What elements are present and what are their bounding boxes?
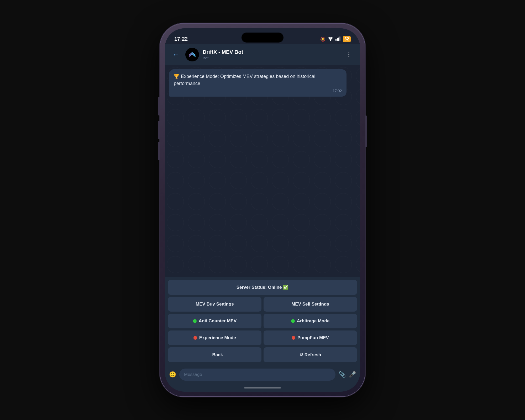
back-button[interactable]: ← <box>170 49 182 60</box>
message-emoji: 🏆 <box>174 74 180 79</box>
bot-avatar <box>185 48 199 61</box>
home-bar <box>244 387 281 388</box>
status-icons: 🔕 <box>320 36 351 42</box>
message-text: 🏆 Experience Mode: Optimizes MEV strateg… <box>174 73 342 87</box>
input-bar: 🙂 Message 📎 🎤 <box>165 365 360 384</box>
svg-rect-4 <box>339 36 340 41</box>
svg-rect-1 <box>335 39 337 41</box>
arbitrage-label: Arbitrage Mode <box>297 318 330 324</box>
experience-label: Experience Mode <box>199 335 236 340</box>
keyboard-row-nav: ← Back ↺ Refresh <box>168 347 357 362</box>
dynamic-island <box>242 33 284 43</box>
mev-sell-settings-button[interactable]: MEV Sell Settings <box>264 297 357 312</box>
keyboard-row-mev-settings: MEV Buy Settings MEV Sell Settings <box>168 297 357 312</box>
keyboard-area: Server Status: Online ✅ MEV Buy Settings… <box>165 277 360 365</box>
svg-point-0 <box>330 40 331 41</box>
signal-icon <box>335 36 341 42</box>
bot-sub: Bot <box>203 56 340 60</box>
server-status-button[interactable]: Server Status: Online ✅ <box>168 280 357 295</box>
anti-counter-status-dot <box>193 319 197 323</box>
mev-buy-settings-button[interactable]: MEV Buy Settings <box>168 297 261 312</box>
anti-counter-mev-button[interactable]: Anti Counter MEV <box>168 314 261 328</box>
message-body: Experience Mode: Optimizes MEV strategie… <box>174 74 315 86</box>
mute-icon: 🔕 <box>320 37 326 42</box>
more-menu-button[interactable]: ⋮ <box>343 49 355 60</box>
mic-icon[interactable]: 🎤 <box>349 371 356 378</box>
keyboard-row-anti-arbitrage: Anti Counter MEV Arbitrage Mode <box>168 314 357 328</box>
battery-level: 62 <box>343 36 351 42</box>
svg-rect-3 <box>338 38 339 41</box>
keyboard-row-experience-pumpfun: Experience Mode PumpFun MEV <box>168 330 357 345</box>
svg-rect-2 <box>337 38 338 41</box>
phone-frame: 17:22 🔕 <box>160 24 365 396</box>
anti-counter-label: Anti Counter MEV <box>199 318 237 324</box>
refresh-button[interactable]: ↺ Refresh <box>264 347 357 362</box>
input-placeholder: Message <box>184 372 202 377</box>
message-input-field[interactable]: Message <box>179 369 335 381</box>
arbitrage-status-dot <box>291 319 295 323</box>
svg-point-5 <box>187 50 197 60</box>
header-info: DriftX - MEV Bot Bot <box>203 49 340 60</box>
pumpfun-status-dot <box>292 336 295 340</box>
message-time: 17:02 <box>174 89 342 93</box>
experience-mode-button[interactable]: Experience Mode <box>168 330 261 345</box>
attach-icon[interactable]: 📎 <box>339 371 346 378</box>
wifi-icon <box>328 36 333 42</box>
message-bubble: 🏆 Experience Mode: Optimizes MEV strateg… <box>169 69 346 97</box>
phone-screen: 17:22 🔕 <box>165 28 360 392</box>
pumpfun-label: PumpFun MEV <box>297 335 329 340</box>
back-nav-button[interactable]: ← Back <box>168 347 261 362</box>
arbitrage-mode-button[interactable]: Arbitrage Mode <box>264 314 357 328</box>
chat-header: ← <box>165 44 360 65</box>
chat-background <box>165 65 360 277</box>
bot-name: DriftX - MEV Bot <box>203 49 340 55</box>
home-indicator <box>165 384 360 392</box>
emoji-icon[interactable]: 🙂 <box>169 371 176 378</box>
pumpfun-mev-button[interactable]: PumpFun MEV <box>264 330 357 345</box>
chat-area: 🏆 Experience Mode: Optimizes MEV strateg… <box>165 65 360 277</box>
experience-status-dot <box>193 336 197 340</box>
keyboard-row-server-status: Server Status: Online ✅ <box>168 280 357 295</box>
phone-wrapper: 17:22 🔕 <box>160 24 365 396</box>
